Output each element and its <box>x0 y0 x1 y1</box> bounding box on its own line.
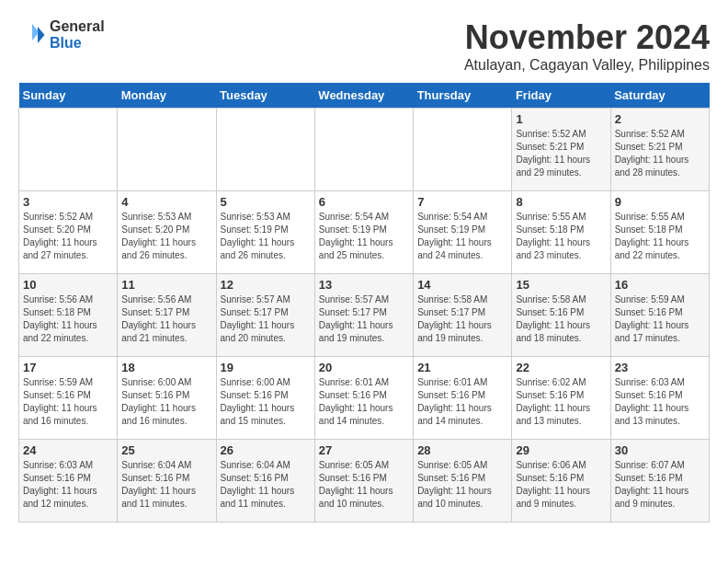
day-info: Sunrise: 6:01 AM Sunset: 5:16 PM Dayligh… <box>417 376 507 428</box>
calendar-cell: 21Sunrise: 6:01 AM Sunset: 5:16 PM Dayli… <box>414 357 512 440</box>
day-info: Sunrise: 5:59 AM Sunset: 5:16 PM Dayligh… <box>615 293 705 345</box>
calendar-cell <box>118 109 216 191</box>
day-number: 9 <box>615 195 705 209</box>
page-header: General Blue November 2024 Atulayan, Cag… <box>18 18 710 74</box>
logo-icon <box>18 21 46 49</box>
day-info: Sunrise: 5:57 AM Sunset: 5:17 PM Dayligh… <box>319 293 409 345</box>
day-info: Sunrise: 5:59 AM Sunset: 5:16 PM Dayligh… <box>23 376 113 428</box>
calendar-cell: 30Sunrise: 6:07 AM Sunset: 5:16 PM Dayli… <box>610 440 709 523</box>
day-info: Sunrise: 6:02 AM Sunset: 5:16 PM Dayligh… <box>516 376 606 428</box>
day-info: Sunrise: 6:03 AM Sunset: 5:16 PM Dayligh… <box>23 459 113 511</box>
calendar-cell: 1Sunrise: 5:52 AM Sunset: 5:21 PM Daylig… <box>512 109 610 191</box>
day-info: Sunrise: 5:53 AM Sunset: 5:19 PM Dayligh… <box>221 211 311 262</box>
header-row: SundayMondayTuesdayWednesdayThursdayFrid… <box>19 83 710 109</box>
calendar-cell <box>216 109 314 191</box>
day-number: 7 <box>417 195 507 209</box>
logo-general-text: General <box>50 18 105 35</box>
logo-blue-text: Blue <box>50 35 105 52</box>
day-number: 16 <box>615 278 705 292</box>
calendar-cell: 5Sunrise: 5:53 AM Sunset: 5:19 PM Daylig… <box>216 191 314 274</box>
day-info: Sunrise: 5:53 AM Sunset: 5:20 PM Dayligh… <box>121 211 211 262</box>
calendar-body: 1Sunrise: 5:52 AM Sunset: 5:21 PM Daylig… <box>19 109 710 523</box>
calendar-cell: 10Sunrise: 5:56 AM Sunset: 5:18 PM Dayli… <box>19 274 118 357</box>
day-info: Sunrise: 6:00 AM Sunset: 5:16 PM Dayligh… <box>221 376 311 428</box>
day-number: 12 <box>221 278 311 292</box>
day-number: 10 <box>23 278 113 292</box>
header-day-tuesday: Tuesday <box>216 83 314 109</box>
title-area: November 2024 Atulayan, Cagayan Valley, … <box>464 18 710 74</box>
calendar-cell: 7Sunrise: 5:54 AM Sunset: 5:19 PM Daylig… <box>414 191 512 274</box>
svg-marker-0 <box>38 27 45 43</box>
calendar-cell: 11Sunrise: 5:56 AM Sunset: 5:17 PM Dayli… <box>118 274 216 357</box>
day-number: 23 <box>615 361 705 374</box>
calendar-cell: 28Sunrise: 6:05 AM Sunset: 5:16 PM Dayli… <box>414 440 512 523</box>
header-day-friday: Friday <box>512 83 610 109</box>
location-subtitle: Atulayan, Cagayan Valley, Philippines <box>464 57 710 74</box>
calendar-week-5: 24Sunrise: 6:03 AM Sunset: 5:16 PM Dayli… <box>19 440 710 523</box>
day-info: Sunrise: 5:56 AM Sunset: 5:18 PM Dayligh… <box>23 293 113 345</box>
calendar-cell: 15Sunrise: 5:58 AM Sunset: 5:16 PM Dayli… <box>512 274 610 357</box>
calendar-cell: 29Sunrise: 6:06 AM Sunset: 5:16 PM Dayli… <box>512 440 610 523</box>
logo: General Blue <box>18 18 105 51</box>
calendar-cell: 4Sunrise: 5:53 AM Sunset: 5:20 PM Daylig… <box>118 191 216 274</box>
day-number: 30 <box>615 443 705 457</box>
day-info: Sunrise: 5:56 AM Sunset: 5:17 PM Dayligh… <box>121 293 211 345</box>
day-number: 20 <box>319 361 409 374</box>
calendar-cell: 8Sunrise: 5:55 AM Sunset: 5:18 PM Daylig… <box>512 191 610 274</box>
calendar-cell: 14Sunrise: 5:58 AM Sunset: 5:17 PM Dayli… <box>414 274 512 357</box>
day-number: 6 <box>319 195 409 209</box>
day-number: 1 <box>516 112 606 126</box>
day-info: Sunrise: 5:55 AM Sunset: 5:18 PM Dayligh… <box>516 211 606 262</box>
calendar-cell <box>314 109 413 191</box>
day-info: Sunrise: 6:07 AM Sunset: 5:16 PM Dayligh… <box>615 459 705 511</box>
header-day-thursday: Thursday <box>414 83 512 109</box>
calendar-cell: 19Sunrise: 6:00 AM Sunset: 5:16 PM Dayli… <box>216 357 314 440</box>
day-info: Sunrise: 5:57 AM Sunset: 5:17 PM Dayligh… <box>221 293 311 345</box>
calendar-week-1: 1Sunrise: 5:52 AM Sunset: 5:21 PM Daylig… <box>19 109 710 191</box>
header-day-saturday: Saturday <box>610 83 709 109</box>
calendar-week-3: 10Sunrise: 5:56 AM Sunset: 5:18 PM Dayli… <box>19 274 710 357</box>
day-number: 19 <box>221 361 311 374</box>
day-number: 5 <box>221 195 311 209</box>
calendar-cell <box>414 109 512 191</box>
calendar-cell: 20Sunrise: 6:01 AM Sunset: 5:16 PM Dayli… <box>314 357 413 440</box>
day-number: 17 <box>23 361 113 374</box>
day-info: Sunrise: 5:52 AM Sunset: 5:20 PM Dayligh… <box>23 211 113 262</box>
day-number: 8 <box>516 195 606 209</box>
day-number: 13 <box>319 278 409 292</box>
calendar-cell: 17Sunrise: 5:59 AM Sunset: 5:16 PM Dayli… <box>19 357 118 440</box>
day-info: Sunrise: 5:54 AM Sunset: 5:19 PM Dayligh… <box>319 211 409 262</box>
day-info: Sunrise: 6:01 AM Sunset: 5:16 PM Dayligh… <box>319 376 409 428</box>
day-number: 18 <box>121 361 211 374</box>
header-day-wednesday: Wednesday <box>314 83 413 109</box>
day-info: Sunrise: 5:52 AM Sunset: 5:21 PM Dayligh… <box>516 128 606 179</box>
calendar-cell: 13Sunrise: 5:57 AM Sunset: 5:17 PM Dayli… <box>314 274 413 357</box>
day-number: 21 <box>417 361 507 374</box>
calendar-cell: 18Sunrise: 6:00 AM Sunset: 5:16 PM Dayli… <box>118 357 216 440</box>
calendar-cell: 12Sunrise: 5:57 AM Sunset: 5:17 PM Dayli… <box>216 274 314 357</box>
calendar-cell: 23Sunrise: 6:03 AM Sunset: 5:16 PM Dayli… <box>610 357 709 440</box>
calendar-cell: 27Sunrise: 6:05 AM Sunset: 5:16 PM Dayli… <box>314 440 413 523</box>
month-title: November 2024 <box>464 18 710 57</box>
day-info: Sunrise: 5:52 AM Sunset: 5:21 PM Dayligh… <box>615 128 705 179</box>
day-number: 29 <box>516 443 606 457</box>
day-number: 4 <box>121 195 211 209</box>
day-info: Sunrise: 5:58 AM Sunset: 5:17 PM Dayligh… <box>417 293 507 345</box>
header-day-sunday: Sunday <box>19 83 118 109</box>
header-day-monday: Monday <box>118 83 216 109</box>
calendar-table: SundayMondayTuesdayWednesdayThursdayFrid… <box>18 83 710 523</box>
day-info: Sunrise: 6:05 AM Sunset: 5:16 PM Dayligh… <box>417 459 507 511</box>
day-number: 24 <box>23 443 113 457</box>
calendar-cell: 24Sunrise: 6:03 AM Sunset: 5:16 PM Dayli… <box>19 440 118 523</box>
day-info: Sunrise: 6:03 AM Sunset: 5:16 PM Dayligh… <box>615 376 705 428</box>
day-number: 26 <box>221 443 311 457</box>
day-number: 14 <box>417 278 507 292</box>
logo-text: General Blue <box>50 18 105 51</box>
day-info: Sunrise: 6:04 AM Sunset: 5:16 PM Dayligh… <box>221 459 311 511</box>
calendar-week-2: 3Sunrise: 5:52 AM Sunset: 5:20 PM Daylig… <box>19 191 710 274</box>
day-info: Sunrise: 6:05 AM Sunset: 5:16 PM Dayligh… <box>319 459 409 511</box>
day-number: 28 <box>417 443 507 457</box>
day-number: 3 <box>23 195 113 209</box>
day-number: 11 <box>121 278 211 292</box>
day-info: Sunrise: 6:06 AM Sunset: 5:16 PM Dayligh… <box>516 459 606 511</box>
